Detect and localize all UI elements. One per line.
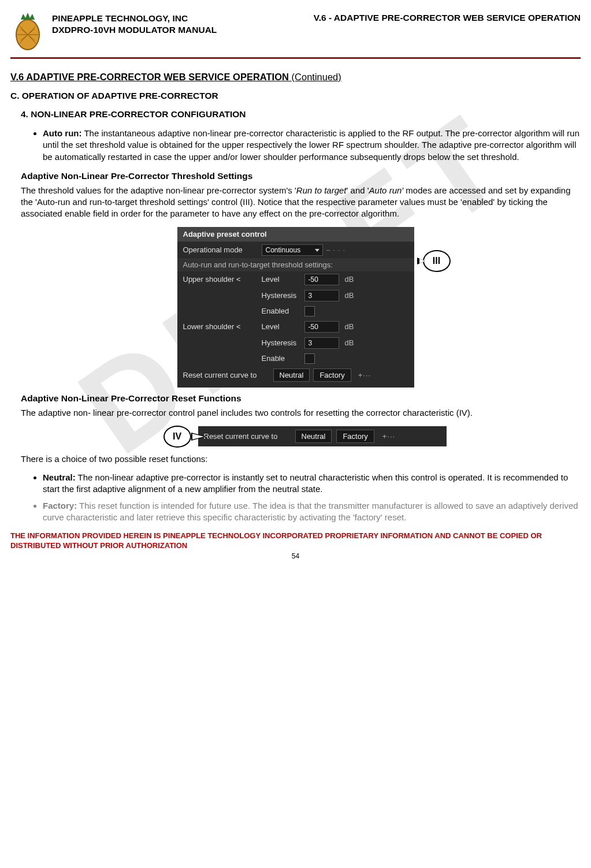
bullet-neutral: Neutral: The non-linear adaptive pre-cor… xyxy=(43,472,581,496)
dotted-connector: – · · · xyxy=(326,246,408,254)
lower-enable-label: Enable xyxy=(262,354,301,363)
panel-title: Adaptive preset control xyxy=(177,227,414,242)
reset-panel-snippet: Reset current curve to Neutral Factory +… xyxy=(198,426,447,446)
factory-button[interactable]: Factory xyxy=(313,368,351,382)
upper-hyst-label: Hysteresis xyxy=(262,291,301,300)
company-logo-icon xyxy=(10,12,45,54)
page-header: PINEAPPLE TECHNOLOGY, INC DXDPRO-10VH MO… xyxy=(10,12,581,59)
db-unit: dB xyxy=(345,275,354,284)
db-unit: dB xyxy=(345,291,354,300)
header-manual: DXDPRO-10VH MODULATOR MANUAL xyxy=(52,24,217,36)
svg-marker-1 xyxy=(21,14,27,20)
upper-enabled-label: Enabled xyxy=(262,307,301,315)
reset-paragraph: The adaptive non- linear pre-corrector c… xyxy=(21,407,581,419)
neutral-button-2[interactable]: Neutral xyxy=(295,430,332,443)
header-doc-title: V.6 - ADAPTIVE PRE-CORRECTOR WEB SERVICE… xyxy=(314,13,581,36)
svg-marker-2 xyxy=(29,14,35,20)
header-company: PINEAPPLE TECHNOLOGY, INC xyxy=(52,13,217,24)
upper-level-label: Level xyxy=(262,275,301,284)
upper-hyst-input[interactable] xyxy=(304,290,339,301)
db-unit: dB xyxy=(345,322,354,331)
adaptive-preset-panel: Adaptive preset control Operational mode… xyxy=(177,227,414,388)
lower-level-input[interactable] xyxy=(304,321,339,333)
upper-enabled-checkbox[interactable] xyxy=(304,306,315,316)
upper-level-input[interactable] xyxy=(304,274,339,285)
reset-label-2: Reset current curve to xyxy=(204,432,291,441)
lower-hyst-input[interactable] xyxy=(304,337,339,349)
lower-enable-checkbox[interactable] xyxy=(304,353,315,364)
threshold-heading: Adaptive Non-Linear Pre-Corrector Thresh… xyxy=(21,171,581,181)
bullet-autorun: Auto run: The instantaneous adaptive non… xyxy=(43,128,581,163)
threshold-paragraph: The threshold values for the adaptive no… xyxy=(21,185,581,220)
lower-level-label: Level xyxy=(262,322,301,331)
reset-label: Reset current curve to xyxy=(183,371,270,379)
upper-shoulder-label: Upper shoulder < xyxy=(183,275,258,284)
expand-indicator-2: +··· xyxy=(382,432,395,441)
op-mode-label: Operational mode xyxy=(183,245,258,254)
bullet-factory: Factory: This reset function is intended… xyxy=(43,500,581,524)
callout-4: IV xyxy=(145,426,191,448)
subsection-c: C. OPERATION OF ADAPTIVE PRE-CORRECTOR xyxy=(10,91,581,101)
choice-paragraph: There is a choice of two possible reset … xyxy=(21,453,581,465)
reset-heading: Adaptive Non-Linear Pre-Corrector Reset … xyxy=(21,393,581,404)
expand-indicator: +··· xyxy=(358,371,371,379)
db-unit: dB xyxy=(345,338,354,347)
lower-shoulder-label: Lower shoulder < xyxy=(183,322,258,331)
factory-button-2[interactable]: Factory xyxy=(336,430,374,443)
proprietary-footer: THE INFORMATION PROVIDED HEREIN IS PINEA… xyxy=(10,531,581,551)
subsection-4: 4. NON-LINEAR PRE-CORRECTOR CONFIGURATIO… xyxy=(21,109,581,120)
section-title: V.6 ADAPTIVE PRE-CORRECTOR WEB SERVICE O… xyxy=(10,72,581,83)
callout-3: III xyxy=(423,250,451,272)
page-number: 54 xyxy=(10,552,581,560)
op-mode-select[interactable]: Continuous xyxy=(262,244,323,256)
neutral-button[interactable]: Neutral xyxy=(273,368,310,382)
threshold-section-label: Auto-run and run-to-target threshold set… xyxy=(177,258,414,271)
lower-hyst-label: Hysteresis xyxy=(262,338,301,347)
